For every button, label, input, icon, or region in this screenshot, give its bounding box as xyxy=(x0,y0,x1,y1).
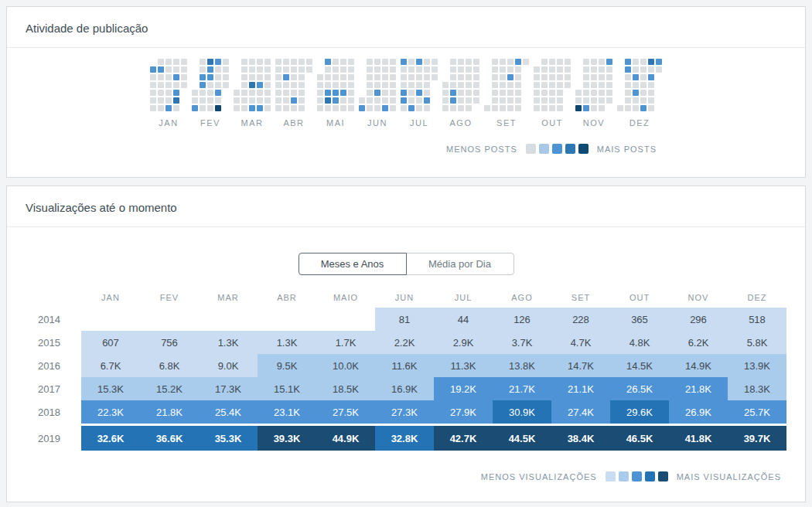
calendar-day-cell xyxy=(158,90,164,96)
calendar-day-cell xyxy=(500,90,506,96)
calendar-day-cell xyxy=(283,74,289,80)
views-legend-square xyxy=(619,471,629,481)
calendar-day-cell xyxy=(541,59,548,65)
calendar-day-cell xyxy=(640,90,647,96)
calendar-month: JUL xyxy=(401,59,438,128)
calendar-day-cell xyxy=(408,59,415,65)
calendar-day-cell xyxy=(359,97,365,104)
calendar-day-cell xyxy=(200,82,206,88)
views-table-value-cell: 5.8K xyxy=(728,331,786,354)
views-table-value-cell: 17.3K xyxy=(199,377,258,400)
calendar-day-cell xyxy=(606,97,612,104)
views-legend-square xyxy=(606,471,616,481)
calendar-day-cell xyxy=(325,66,331,73)
views-table-value-cell: 44.5K xyxy=(493,426,551,451)
calendar-month-label: OUT xyxy=(534,118,571,128)
calendar-day-cell xyxy=(181,66,187,73)
calendar-day-cell xyxy=(408,74,415,80)
calendar-day-cell xyxy=(165,74,172,80)
calendar-day-cell xyxy=(401,59,407,65)
calendar-day-cell xyxy=(173,82,179,88)
calendar-day-cell xyxy=(317,82,323,88)
calendar-day-cell xyxy=(215,105,221,111)
calendar-day-cell xyxy=(458,105,464,111)
calendar-day-cell xyxy=(599,74,605,80)
calendar-day-cell xyxy=(275,97,281,104)
calendar-day-cell xyxy=(291,97,297,104)
calendar-day-cell xyxy=(291,105,297,111)
views-table-value-cell: 21.7K xyxy=(493,377,551,400)
calendar-day-cell xyxy=(515,82,521,88)
tab-average-per-day[interactable]: Média por Dia xyxy=(406,253,514,275)
posts-legend-square xyxy=(565,144,575,154)
calendar-week-row xyxy=(359,74,396,80)
calendar-day-cell xyxy=(466,74,472,80)
calendar-day-cell xyxy=(299,82,305,88)
calendar-day-cell xyxy=(241,97,247,104)
calendar-day-cell xyxy=(207,66,213,73)
calendar-day-cell xyxy=(234,97,240,104)
calendar-day-cell xyxy=(401,105,407,111)
calendar-week-row xyxy=(617,74,662,80)
calendar-day-cell xyxy=(348,90,354,96)
views-legend-more-label: MAIS VISUALIZAÇÕES xyxy=(677,472,781,481)
calendar-day-cell xyxy=(515,105,521,111)
views-table-year-label: 2019 xyxy=(26,426,81,451)
calendar-day-cell xyxy=(648,74,654,80)
calendar-day-cell xyxy=(200,105,206,111)
calendar-day-cell xyxy=(648,66,654,73)
views-table-value-cell: 607 xyxy=(81,331,140,354)
calendar-day-cell xyxy=(348,82,354,88)
calendar-week-row xyxy=(234,66,271,73)
views-table-value-cell: 365 xyxy=(610,308,669,331)
views-table-value-cell: 4.7K xyxy=(551,331,610,354)
calendar-day-cell xyxy=(606,59,612,65)
views-table-value-cell: 38.4K xyxy=(551,426,610,451)
views-table-value-cell: 32.8K xyxy=(375,426,434,451)
tab-months-and-years[interactable]: Meses e Anos xyxy=(299,253,407,275)
calendar-day-cell xyxy=(382,74,388,80)
calendar-day-cell xyxy=(325,59,331,65)
views-table-value-cell: 2.2K xyxy=(375,331,434,354)
views-table-month-header: JAN xyxy=(81,288,140,308)
views-table-row: 20156077561.3K1.3K1.7K2.2K2.9K3.7K4.7K4.… xyxy=(26,331,786,354)
views-table-value-cell: 44.9K xyxy=(316,426,375,451)
calendar-day-cell xyxy=(492,97,498,104)
calendar-week-row xyxy=(575,105,612,111)
views-table-month-header: JUN xyxy=(375,288,434,308)
views-table-value-cell: 27.9K xyxy=(434,400,493,424)
calendar-week-row xyxy=(617,105,662,111)
calendar-day-cell xyxy=(181,82,187,88)
views-table-value-cell: 228 xyxy=(551,308,610,331)
calendar-day-cell xyxy=(382,59,388,65)
calendar-day-cell xyxy=(299,66,305,73)
calendar-week-row xyxy=(484,82,529,88)
calendar-week-row xyxy=(617,59,662,65)
calendar-week-row xyxy=(192,97,229,104)
calendar-day-cell xyxy=(374,97,380,104)
calendar-month: FEV xyxy=(192,59,229,128)
calendar-month-label: FEV xyxy=(192,118,229,128)
calendar-week-row xyxy=(234,82,271,88)
calendar-day-cell xyxy=(633,97,639,104)
calendar-day-cell xyxy=(541,105,548,111)
calendar-week-row xyxy=(534,66,571,73)
views-table-value-cell: 41.8K xyxy=(669,426,728,451)
calendar-week-row xyxy=(484,66,529,73)
calendar-day-cell xyxy=(557,97,563,104)
views-table-corner-cell xyxy=(26,288,81,308)
calendar-day-cell xyxy=(241,105,247,111)
calendar-day-cell xyxy=(450,97,456,104)
calendar-day-cell xyxy=(583,82,589,88)
calendar-day-cell xyxy=(492,90,498,96)
calendar-day-cell xyxy=(382,97,388,104)
calendar-day-cell xyxy=(541,90,548,96)
calendar-day-cell xyxy=(367,97,373,104)
views-table-value-cell xyxy=(140,308,199,331)
calendar-day-cell xyxy=(200,74,206,80)
views-table-value-cell: 21.1K xyxy=(551,377,610,400)
calendar-day-cell xyxy=(200,59,206,65)
calendar-day-cell xyxy=(348,105,354,111)
calendar-day-cell xyxy=(633,66,639,73)
calendar-day-cell xyxy=(458,74,464,80)
